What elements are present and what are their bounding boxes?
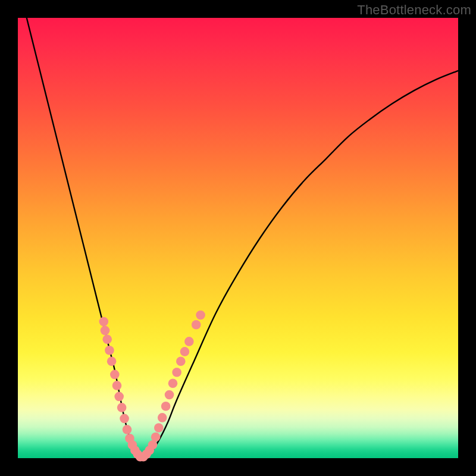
curve-marker [184,337,194,346]
curve-marker [168,378,178,388]
curve-marker [172,368,181,377]
watermark-text: TheBottleneck.com [357,2,471,18]
curve-marker [110,370,120,380]
curve-marker [105,346,114,355]
curve-marker [107,356,117,366]
curve-marker [158,413,167,422]
curve-marker [180,347,190,356]
curve-marker [99,317,109,327]
curve-marker [151,433,161,442]
curve-marker [123,425,132,434]
plot-area [18,18,458,458]
curve-marker [148,440,158,450]
curve-marker [154,423,164,433]
curve-marker [192,320,201,330]
curve-marker [117,403,127,412]
curve-marker [196,311,205,320]
curve-marker [112,381,122,390]
curve-marker [102,334,112,344]
curve-markers [99,311,205,462]
chart-frame: TheBottleneck.com [0,0,476,476]
curve-marker [120,414,129,424]
curve-marker [114,392,124,402]
bottleneck-curve [27,18,458,458]
curve-marker [165,390,174,400]
curve-layer [18,18,458,458]
curve-marker [101,326,110,336]
curve-marker [161,402,171,411]
curve-marker [176,356,186,366]
